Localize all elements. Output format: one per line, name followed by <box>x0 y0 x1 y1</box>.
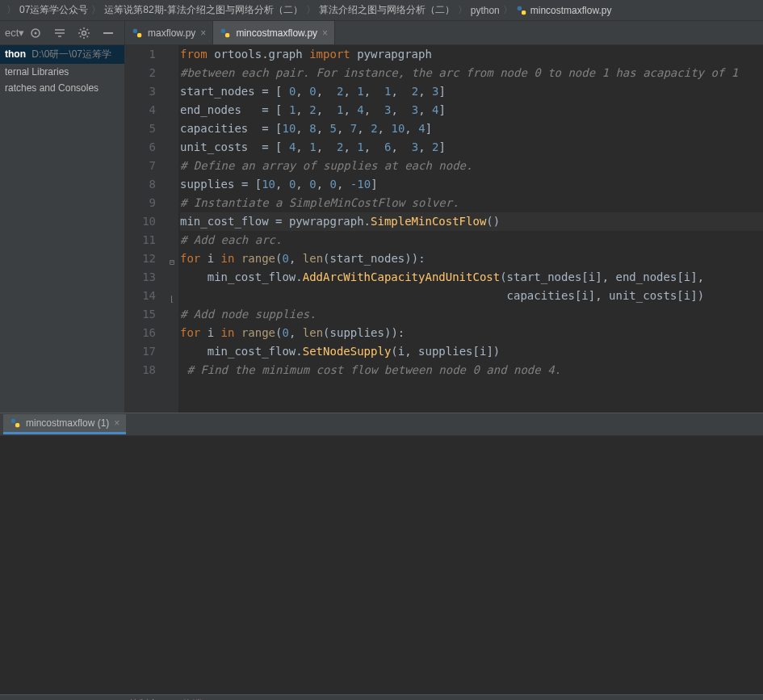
breadcrumb-item[interactable]: 07运筹学公众号 <box>19 3 88 17</box>
close-icon[interactable]: × <box>322 27 328 39</box>
line-number: 2 <box>125 64 156 82</box>
code-line[interactable]: # Instantiate a SimpleMinCostFlow solver… <box>180 194 763 212</box>
line-number: 6 <box>125 138 156 157</box>
run-tab-mincostmaxflow[interactable]: mincostmaxflow (1) × <box>3 414 126 434</box>
line-number: 1 <box>125 45 156 64</box>
toolbar-row: ect▾ maxflow.py × mincostmaxflow.py × <box>0 21 763 45</box>
code-line[interactable]: min_cost_flow.SetNodeSupply(i, supplies[… <box>180 342 763 361</box>
code-line[interactable]: # Define an array of supplies at each no… <box>180 157 763 175</box>
line-number: 7 <box>125 157 156 175</box>
line-number: 12 <box>125 249 156 268</box>
editor-tabs: maxflow.py × mincostmaxflow.py × <box>125 21 335 44</box>
project-root-name: thon <box>5 48 26 60</box>
hide-icon[interactable] <box>102 27 115 40</box>
chevron-right-icon: 〉 <box>91 3 101 17</box>
code-line[interactable]: # Add each arc. <box>180 231 763 249</box>
run-tabs: mincostmaxflow (1) × <box>0 413 763 436</box>
sidebar-item-external-libraries[interactable]: ternal Libraries <box>0 64 124 80</box>
sidebar-item-scratches[interactable]: ratches and Consoles <box>0 80 124 96</box>
editor-tab-mincostmaxflow[interactable]: mincostmaxflow.py × <box>213 21 335 44</box>
line-number: 5 <box>125 119 156 138</box>
svg-point-3 <box>35 31 37 34</box>
chevron-right-icon: 〉 <box>458 3 467 17</box>
editor-tab-maxflow[interactable]: maxflow.py × <box>125 21 213 44</box>
svg-rect-10 <box>11 419 15 423</box>
run-tool-window: mincostmaxflow (1) × <box>0 413 763 694</box>
tab-label: maxflow.py <box>148 27 195 39</box>
code-line[interactable]: #between each pair. For instance, the ar… <box>180 64 763 82</box>
project-root[interactable]: thon D:\0研一\07运筹学 <box>0 45 124 64</box>
code-line[interactable]: start_nodes = [ 0, 0, 2, 1, 1, 2, 3] <box>180 82 763 101</box>
project-sidebar[interactable]: thon D:\0研一\07运筹学 ternal Libraries ratch… <box>0 45 125 413</box>
svg-point-4 <box>82 31 86 35</box>
svg-rect-8 <box>221 28 225 32</box>
code-line[interactable]: for i in range(0, len(start_nodes)): <box>180 249 763 268</box>
run-tab-label: mincostmaxflow (1) <box>26 417 109 429</box>
tab-label: mincostmaxflow.py <box>236 27 317 39</box>
locate-icon[interactable] <box>29 27 42 40</box>
code-line[interactable]: capacities = [10, 8, 5, 7, 2, 10, 4] <box>180 119 763 138</box>
status-bar: DO 4: Run Python 控制台 终端 <box>0 694 763 700</box>
chevron-right-icon: 〉 <box>6 3 16 17</box>
python-file-icon <box>132 27 143 39</box>
line-number: 17 <box>125 342 156 361</box>
fold-gutter[interactable]: ⊟⌊ <box>167 45 178 413</box>
code-line[interactable]: # Find the minimum cost flow between nod… <box>180 361 763 379</box>
close-icon[interactable]: × <box>114 417 119 429</box>
code-line[interactable]: capacities[i], unit_costs[i]) <box>180 287 763 305</box>
svg-rect-0 <box>517 6 521 10</box>
collapse-all-icon[interactable] <box>53 27 66 40</box>
main-area: thon D:\0研一\07运筹学 ternal Libraries ratch… <box>0 45 763 413</box>
code-editor[interactable]: 123456789101112131415161718 ⊟⌊ from orto… <box>125 45 763 413</box>
code-line[interactable]: supplies = [10, 0, 0, 0, -10] <box>180 175 763 194</box>
line-number: 8 <box>125 175 156 194</box>
fold-start-icon[interactable]: ⊟ <box>167 253 177 271</box>
svg-rect-5 <box>103 32 113 34</box>
svg-rect-1 <box>522 10 526 15</box>
code-line[interactable]: for i in range(0, len(supplies)): <box>180 324 763 342</box>
line-number: 18 <box>125 361 156 379</box>
line-number: 16 <box>125 324 156 342</box>
python-file-icon <box>220 27 231 39</box>
breadcrumb-item[interactable]: 运筹说第82期-算法介绍之图与网络分析（二） <box>104 3 302 17</box>
close-icon[interactable]: × <box>200 27 206 39</box>
line-number: 10 <box>125 212 156 231</box>
svg-rect-6 <box>133 28 137 32</box>
line-number: 13 <box>125 268 156 287</box>
line-number: 11 <box>125 231 156 249</box>
line-number: 4 <box>125 101 156 119</box>
line-number: 15 <box>125 305 156 324</box>
project-root-path: D:\0研一\07运筹学 <box>31 48 111 60</box>
code-area[interactable]: from ortools.graph import pywrapgraph#be… <box>178 45 763 413</box>
code-line[interactable]: from ortools.graph import pywrapgraph <box>180 45 763 64</box>
settings-icon[interactable] <box>78 27 90 40</box>
line-number-gutter: 123456789101112131415161718 <box>125 45 167 413</box>
breadcrumb: 〉 07运筹学公众号 〉 运筹说第82期-算法介绍之图与网络分析（二） 〉 算法… <box>0 0 763 21</box>
code-line[interactable]: # Add node supplies. <box>180 305 763 324</box>
code-line[interactable]: end_nodes = [ 1, 2, 1, 4, 3, 3, 4] <box>180 101 763 119</box>
svg-rect-7 <box>137 33 141 37</box>
code-line[interactable]: unit_costs = [ 4, 1, 2, 1, 6, 3, 2] <box>180 138 763 157</box>
python-file-icon <box>516 5 527 16</box>
run-output[interactable] <box>0 436 763 694</box>
chevron-right-icon: 〉 <box>503 3 513 17</box>
svg-rect-9 <box>225 33 229 37</box>
breadcrumb-item[interactable]: python <box>471 5 500 16</box>
line-number: 14 <box>125 287 156 305</box>
project-toolbar: ect▾ <box>0 21 125 44</box>
select-opened-file-icon[interactable]: ect▾ <box>5 27 18 40</box>
line-number: 9 <box>125 194 156 212</box>
chevron-right-icon: 〉 <box>306 3 316 17</box>
code-line[interactable]: min_cost_flow.AddArcWithCapacityAndUnitC… <box>180 268 763 287</box>
breadcrumb-item[interactable]: 算法介绍之图与网络分析（二） <box>319 3 455 17</box>
code-line[interactable]: min_cost_flow = pywrapgraph.SimpleMinCos… <box>180 212 763 231</box>
line-number: 3 <box>125 82 156 101</box>
fold-end-icon[interactable]: ⌊ <box>167 290 177 308</box>
breadcrumb-item[interactable]: mincostmaxflow.py <box>530 5 612 16</box>
python-file-icon <box>10 417 21 429</box>
svg-rect-11 <box>15 423 19 427</box>
